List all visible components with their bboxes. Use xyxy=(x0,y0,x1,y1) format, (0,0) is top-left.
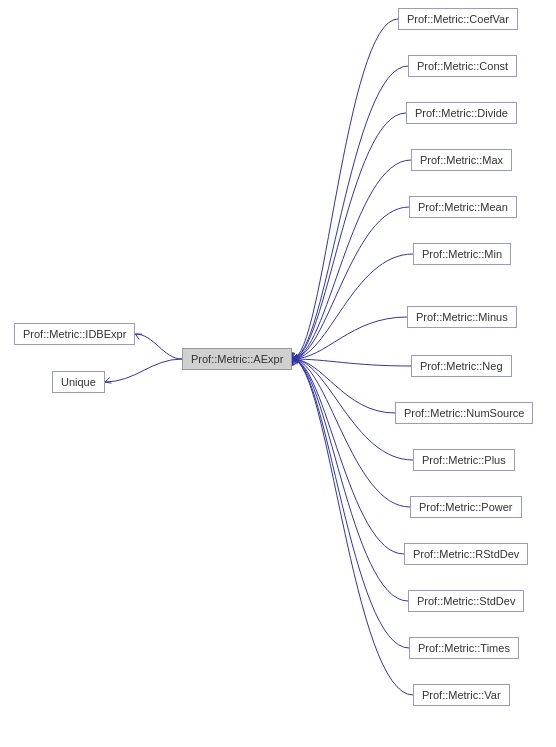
node-numsource[interactable]: Prof::Metric::NumSource xyxy=(395,402,533,424)
node-times[interactable]: Prof::Metric::Times xyxy=(409,637,519,659)
node-idbexpr[interactable]: Prof::Metric::IDBExpr xyxy=(14,323,135,345)
node-idbexpr-label: Prof::Metric::IDBExpr xyxy=(23,328,126,340)
node-plus[interactable]: Prof::Metric::Plus xyxy=(413,449,515,471)
node-aexpr[interactable]: Prof::Metric::AExpr xyxy=(182,348,292,370)
node-mean[interactable]: Prof::Metric::Mean xyxy=(409,196,517,218)
node-power[interactable]: Prof::Metric::Power xyxy=(410,496,522,518)
node-coefvar[interactable]: Prof::Metric::CoefVar xyxy=(398,8,518,30)
node-rstddev[interactable]: Prof::Metric::RStdDev xyxy=(404,543,528,565)
node-min[interactable]: Prof::Metric::Min xyxy=(413,243,511,265)
node-var[interactable]: Prof::Metric::Var xyxy=(413,684,510,706)
node-neg[interactable]: Prof::Metric::Neg xyxy=(411,355,512,377)
node-divide[interactable]: Prof::Metric::Divide xyxy=(406,102,517,124)
node-unique-label: Unique xyxy=(61,376,96,388)
node-minus[interactable]: Prof::Metric::Minus xyxy=(407,306,517,328)
node-const[interactable]: Prof::Metric::Const xyxy=(408,55,517,77)
node-aexpr-label: Prof::Metric::AExpr xyxy=(191,353,283,365)
node-max[interactable]: Prof::Metric::Max xyxy=(411,149,512,171)
diagram-container: Prof::Metric::AExpr Prof::Metric::IDBExp… xyxy=(0,0,556,747)
node-unique[interactable]: Unique xyxy=(52,371,105,393)
node-stddev[interactable]: Prof::Metric::StdDev xyxy=(408,590,524,612)
